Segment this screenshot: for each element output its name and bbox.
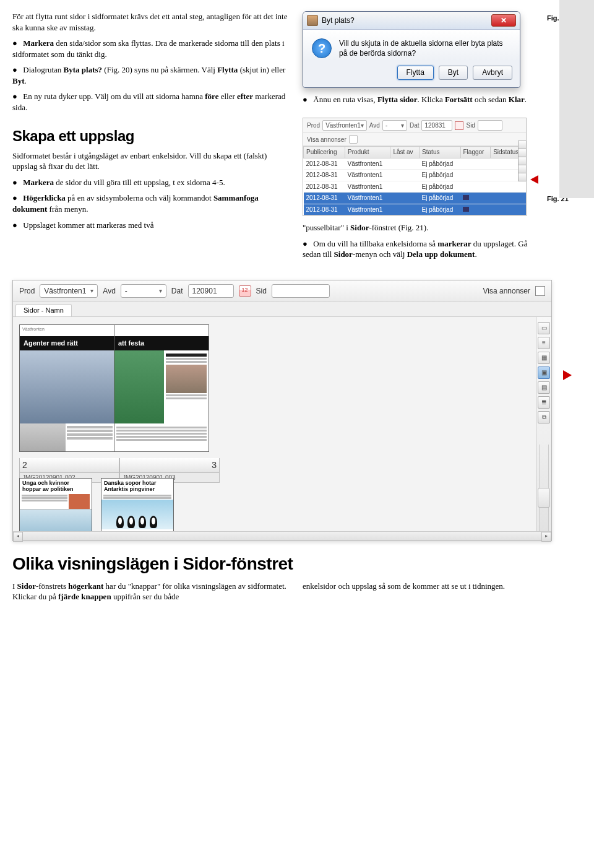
page-num-3: 3 [119, 458, 220, 473]
sb3-text: Uppslaget kommer att markeras med två [23, 220, 153, 230]
col-publicering[interactable]: Publicering [304, 147, 345, 158]
spread-main[interactable]: Västfronten Agenter med rätt [19, 324, 530, 452]
table-row-selected[interactable]: 2012-08-31Västfronten1Ej påbörjad [304, 204, 526, 215]
lw-field-avd[interactable]: - [382, 120, 407, 131]
hscroll-right-icon[interactable]: ▸ [541, 532, 551, 542]
side-btn[interactable] [518, 149, 527, 157]
sw-field-dat[interactable]: 120901 [188, 284, 234, 298]
hscroll-left-icon[interactable]: ◂ [13, 532, 23, 542]
bullet-dot: ● [303, 238, 311, 250]
sb2-rest2: från menyn. [47, 204, 88, 214]
list-table: Publicering Produkt Låst av Status Flagg… [303, 146, 526, 215]
sw-label-dat: Dat [171, 286, 183, 296]
lw-label-prod: Prod [307, 121, 320, 130]
bullet-dot: ● [12, 91, 21, 102]
page-thumb-3[interactable]: att festa [114, 324, 209, 452]
tab-sidor-namn[interactable]: Sidor - Namn [15, 304, 72, 316]
b4-end: . [525, 95, 527, 104]
view-btn-3[interactable]: ▦ [538, 352, 550, 364]
col-produkt[interactable]: Produkt [345, 147, 390, 158]
table-row[interactable]: 2012-08-31Västfronten1Ej påbörjad [304, 170, 526, 181]
view-btn-1[interactable]: ▭ [538, 322, 550, 334]
page-thumb-2[interactable]: Västfronten Agenter med rätt [19, 324, 114, 452]
skapa-b1: ● Markera de sidor du vill göra till ett… [12, 177, 291, 188]
col-last-av[interactable]: Låst av [390, 147, 420, 158]
skapa-b3: ● Uppslaget kommer att markeras med två [12, 220, 291, 231]
lw-label-visa: Visa annonser [307, 136, 346, 144]
lw-field-sid[interactable] [478, 120, 502, 131]
thumb-article-1[interactable]: Unga och kvinnor hoppar av politiken [19, 478, 92, 531]
callout-arrow-icon [563, 370, 572, 380]
col-flaggor[interactable]: Flaggor [460, 147, 491, 158]
intro-text: För att flytta runt sidor i sidformatet … [12, 11, 291, 33]
skapa-p1: Sidformatet består i utgångsläget av enb… [12, 150, 291, 172]
lw-field-dat[interactable]: 120831 [421, 120, 452, 131]
right2-b1: markerar [437, 239, 471, 248]
dialog-btn-byt[interactable]: Byt [439, 66, 468, 79]
sb2-rest: på en av sidsymbolerna och välj kommando… [66, 193, 213, 202]
sw-check-annons[interactable] [535, 286, 545, 296]
table-row[interactable]: 2012-08-31Västfronten1Ej påbörjad [304, 181, 526, 193]
b4-bold2: Fortsätt [445, 95, 473, 104]
right2-pre: Om du vill ha tillbaka enkelsidorna så [313, 239, 437, 248]
dialog-byt-plats: Byt plats? ✕ ? Vill du skjuta in de aktu… [303, 11, 520, 88]
bullet-1: ● Markera den sida/sidor som ska flyttas… [12, 38, 291, 59]
side-btn[interactable] [518, 157, 527, 165]
table-row-selected[interactable]: 2012-08-31Västfronten1Ej påbörjad [304, 193, 526, 204]
b2-rest2: (skjut in) eller [238, 65, 285, 74]
bullet-dot: ● [12, 193, 21, 204]
sb1-rest: de sidor du vill göra till ett uppslag, … [54, 178, 225, 187]
b2-bold2: Flytta [217, 65, 238, 74]
side-btn[interactable] [518, 165, 527, 173]
vertical-scrollbar[interactable] [539, 445, 549, 531]
dialog-btn-avbryt[interactable]: Avbryt [473, 66, 512, 79]
b2-pre: Dialogrutan [23, 65, 63, 74]
col-status[interactable]: Status [420, 147, 460, 158]
view-btn-7[interactable]: ⧉ [538, 411, 550, 423]
calendar-icon[interactable]: 12 [239, 285, 251, 297]
sidor-view-palette: ▭ ≡ ▦ ▣ ▤ ≣ ⧉ [536, 317, 551, 531]
skapa-right2: ● Om du vill ha tillbaka enkelsidorna så… [303, 238, 541, 260]
b2-bold3: Byt [12, 76, 25, 85]
skapa-b2: ● Högerklicka på en av sidsymbolerna och… [12, 193, 291, 214]
col-left-1: För att flytta runt sidor i sidformatet … [12, 11, 291, 118]
side-btn[interactable] [518, 173, 527, 181]
sidor-canvas[interactable]: Västfronten Agenter med rätt [13, 317, 536, 531]
sw-field-sid[interactable] [272, 284, 330, 298]
callout-arrow-icon [530, 175, 538, 184]
b4-rest: . Klicka [418, 95, 445, 104]
sb1-bold: Markera [23, 178, 54, 187]
view-btn-2[interactable]: ≡ [538, 337, 550, 349]
b3-bold2: efter [237, 92, 253, 101]
heading-olika: Olika visningslägen i Sidor-fönstret [12, 552, 582, 576]
lw-field-prod[interactable]: Västfronten1 [322, 120, 367, 131]
view-btn-5[interactable]: ▤ [538, 381, 550, 394]
col-right-1: Byt plats? ✕ ? Vill du skjuta in de aktu… [303, 11, 582, 110]
bullet-2: ● Dialogrutan Byta plats? (Fig. 20) syns… [12, 64, 291, 86]
thumb-article-2[interactable]: Danska sopor hotar Antarktis pingviner [101, 478, 174, 531]
dialog-body: ? Vill du skjuta in de aktuella sidorna … [303, 30, 520, 61]
sw-field-prod[interactable]: Västfronten1 [40, 284, 98, 298]
table-row[interactable]: 2012-08-31Västfronten1Ej påbörjad [304, 158, 526, 170]
calendar-icon[interactable] [455, 121, 463, 130]
right2-r2: -menyn och välj [353, 250, 407, 259]
horizontal-scrollbar[interactable]: ◂ ▸ [13, 531, 551, 540]
lw-check-annons[interactable] [349, 135, 358, 144]
right1-rest: -fönstret (Fig. 21). [369, 223, 428, 232]
question-icon: ? [312, 38, 332, 58]
sidor-list-panel: Prod Västfronten1 Avd - Dat 120831 Sid V… [303, 118, 527, 216]
banner-right: att festa [118, 339, 144, 347]
dialog-btn-flytta[interactable]: Flytta [397, 66, 434, 79]
b4-pre: Ännu en ruta visas, [313, 95, 377, 104]
view-btn-6[interactable]: ≣ [538, 396, 550, 409]
banner-left: Agenter med rätt [24, 339, 78, 348]
dialog-close-button[interactable]: ✕ [491, 14, 516, 27]
b4-bold3: Klar [509, 95, 525, 104]
bullet-3: ● En ny ruta dyker upp. Välj om du vill … [12, 91, 291, 113]
side-btn[interactable] [518, 141, 527, 149]
page-number-row: 2 3 [19, 458, 530, 473]
b2-rest: (Fig. 20) syns nu på skärmen. Välj [102, 65, 217, 74]
sw-field-avd[interactable]: - [121, 284, 166, 298]
view-btn-4[interactable]: ▣ [538, 367, 550, 379]
lw-label-dat: Dat [410, 121, 420, 130]
